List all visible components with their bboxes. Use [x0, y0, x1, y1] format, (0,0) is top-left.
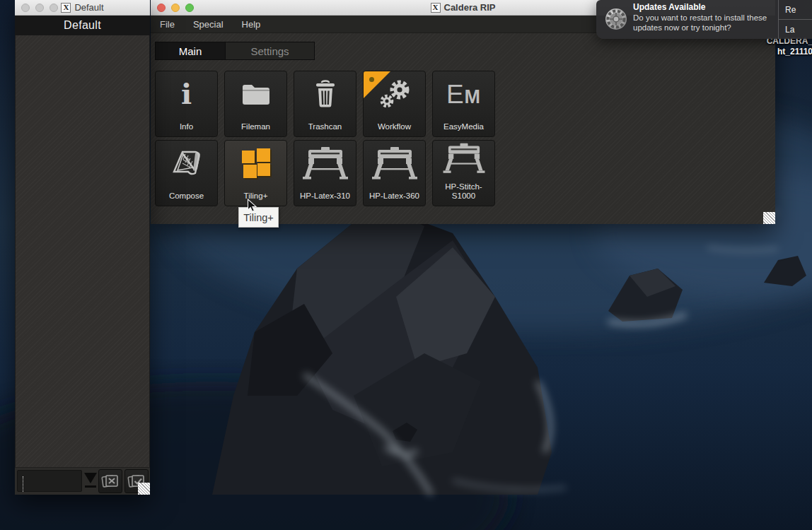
app-button-fileman[interactable]: Fileman	[224, 71, 287, 137]
app-label: Info	[157, 122, 216, 131]
app-button-info[interactable]: i Info	[155, 71, 218, 137]
notification-later-button[interactable]: La	[779, 20, 812, 39]
app-button-hp-stitch-s1000[interactable]: HP-Stitch-S1000	[432, 140, 495, 206]
close-button[interactable]	[157, 4, 166, 12]
app-button-trashcan[interactable]: Trashcan	[294, 71, 356, 137]
notification-restart-button[interactable]: Re	[779, 0, 812, 20]
window-title: Default	[74, 2, 103, 13]
default-window-titlebar[interactable]: X Default	[15, 0, 150, 16]
notification-body-line1: Do you want to restart to install these	[633, 13, 767, 23]
tiling-tooltip: Tiling+	[238, 207, 279, 228]
window-resize-grip[interactable]	[763, 212, 775, 224]
large-format-printer-icon	[369, 146, 420, 181]
app-button-easymedia[interactable]: EM EasyMedia	[432, 71, 495, 137]
app-label: HP-Stitch-S1000	[434, 182, 493, 201]
menu-file[interactable]: File	[160, 19, 175, 30]
large-format-printer-icon	[439, 142, 489, 175]
zoom-button[interactable]	[185, 4, 194, 12]
job-list-area[interactable]	[15, 35, 150, 467]
app-label: Workflow	[365, 122, 424, 131]
minimize-button[interactable]	[35, 4, 44, 12]
app-button-workflow[interactable]: Workflow	[363, 71, 426, 137]
notification-body-line2: updates now or try tonight?	[633, 23, 767, 33]
app-button-tiling-plus[interactable]: Tiling+	[224, 140, 287, 206]
job-window-bottom-bar	[15, 467, 150, 495]
tab-main[interactable]: Main	[155, 42, 226, 60]
job-header-title: Default	[15, 16, 150, 35]
window-resize-grip[interactable]	[138, 483, 150, 495]
update-notification: Updates Available Do you want to restart…	[596, 0, 812, 39]
trash-icon	[313, 80, 338, 108]
app-label: EasyMedia	[434, 122, 493, 131]
close-button[interactable]	[21, 4, 30, 12]
app-button-compose[interactable]: Compose	[155, 140, 218, 206]
window-title: Caldera RIP	[444, 2, 496, 13]
app-button-hp-latex-310[interactable]: HP-Latex-310	[294, 140, 356, 206]
notification-actions: Re La	[778, 0, 812, 39]
app-label: Trashcan	[296, 122, 354, 131]
desktop-file-icon-label[interactable]: CALDERA_ ht_21110	[766, 36, 812, 57]
filter-dropdown-button[interactable]	[83, 473, 98, 488]
tab-bar: Main Settings	[155, 42, 315, 60]
system-preferences-gear-icon	[605, 8, 627, 30]
app-button-grid: i Info Fileman	[155, 71, 495, 206]
easymedia-logo-icon: EM	[446, 81, 481, 107]
traffic-lights	[21, 4, 58, 12]
tab-settings[interactable]: Settings	[226, 42, 315, 60]
job-filter-input[interactable]	[17, 470, 82, 492]
default-job-window: X Default Default	[15, 0, 150, 495]
app-label: HP-Latex-310	[296, 192, 354, 201]
app-label: HP-Latex-360	[365, 192, 424, 201]
filter-triangle-icon	[84, 473, 97, 483]
compose-sheet-icon	[168, 148, 205, 179]
zoom-button[interactable]	[50, 4, 58, 12]
app-label: Fileman	[226, 122, 285, 131]
orange-tiles-icon	[241, 148, 271, 178]
mouse-cursor-icon	[247, 199, 258, 213]
minimize-button[interactable]	[171, 4, 180, 12]
info-icon: i	[181, 80, 192, 108]
x11-logo-icon: X	[431, 3, 441, 13]
desktop-label-line2: ht_21110	[766, 47, 812, 57]
large-format-printer-icon	[300, 146, 351, 181]
delete-images-button[interactable]	[98, 469, 122, 493]
photo-stack-x-icon	[101, 473, 120, 490]
traffic-lights	[157, 4, 194, 12]
app-label: Compose	[157, 192, 216, 201]
menu-help[interactable]: Help	[242, 19, 261, 30]
caldera-main-panel: Main Settings i Info Fileman	[151, 33, 775, 224]
notification-title: Updates Available	[633, 2, 767, 12]
x11-logo-icon: X	[61, 3, 71, 13]
app-button-hp-latex-360[interactable]: HP-Latex-360	[363, 140, 426, 206]
folder-icon	[240, 81, 272, 107]
menu-special[interactable]: Special	[193, 19, 224, 30]
text-caret	[23, 476, 23, 492]
workflow-gears-icon	[376, 77, 413, 111]
